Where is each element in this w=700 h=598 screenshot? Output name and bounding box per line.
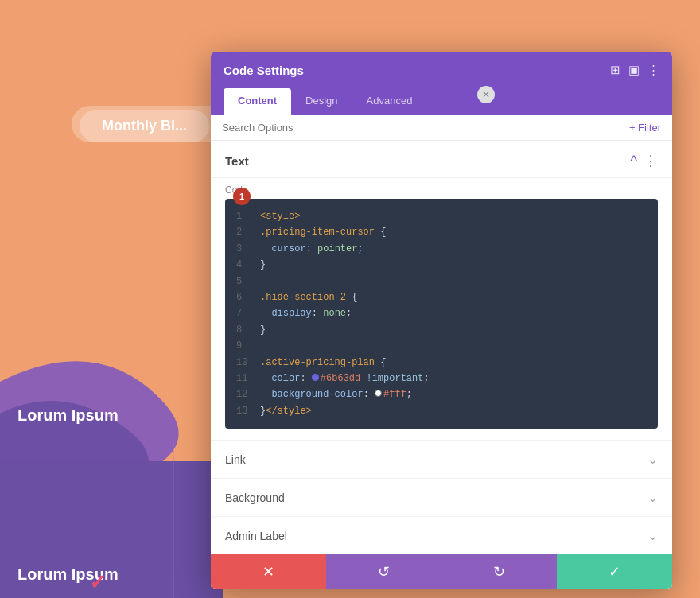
tab-advanced[interactable]: Advanced (352, 88, 427, 115)
code-line-7: 7 display: none; (236, 305, 647, 321)
code-line-3: 3 cursor: pointer; (236, 241, 647, 257)
code-line-12: 12 background-color: #fff; (236, 386, 647, 402)
modal-body: Text ^ ⋮ 1 Code 1 <style> (211, 141, 672, 554)
columns-icon[interactable]: ▣ (628, 63, 640, 77)
tab-content[interactable]: Content (224, 88, 291, 115)
admin-label-label: Admin Label (225, 530, 287, 542)
filter-button[interactable]: + Filter (629, 122, 661, 134)
code-line-11: 11 color: #6b63dd !important; (236, 371, 647, 386)
code-line-8: 8 } (236, 322, 647, 338)
link-chevron-icon: ⌄ (648, 452, 658, 467)
code-label: Code (225, 178, 658, 199)
tabs-bar: Content Design Advanced (211, 88, 672, 115)
modal-title: Code Settings (224, 64, 304, 77)
admin-label-chevron-icon: ⌄ (648, 528, 658, 543)
monthly-billing-label: Monthly Bi... (80, 110, 209, 142)
search-bar: + Filter (211, 115, 672, 141)
lorum-ipsum-top-label: Lorum Ipsum (18, 406, 119, 425)
redo-button[interactable]: ↻ (441, 554, 557, 589)
code-line-2: 2 .pricing-item-cursor { (236, 224, 647, 240)
code-line-4: 4 } (236, 257, 647, 273)
grid-icon[interactable]: ⊞ (610, 63, 620, 77)
link-section[interactable]: Link ⌄ (211, 440, 672, 478)
modal-close-button[interactable]: ✕ (477, 86, 495, 103)
admin-label-section[interactable]: Admin Label ⌄ (211, 516, 672, 554)
text-section-controls: ^ ⋮ (631, 152, 658, 169)
code-line-1: 1 <style> (236, 208, 647, 224)
checkmark-left-icon: ✓ (89, 570, 107, 595)
code-block-container: 1 Code 1 <style> 2 .pricing-item-cursor … (211, 178, 672, 440)
code-line-5: 5 (236, 274, 647, 289)
code-line-10: 10 .active-pricing-plan { (236, 355, 647, 371)
more-icon[interactable]: ⋮ (648, 63, 659, 77)
code-line-9: 9 (236, 338, 647, 354)
cancel-button[interactable]: ✕ (211, 554, 326, 589)
code-editor[interactable]: 1 <style> 2 .pricing-item-cursor { 3 cur… (225, 199, 658, 429)
modal-header-icons: ⊞ ▣ ⋮ (610, 63, 659, 77)
code-line-6: 6 .hide-section-2 { (236, 289, 647, 305)
code-line-13: 13 }</style> (236, 403, 647, 419)
text-section-title: Text (225, 154, 249, 168)
search-input[interactable] (222, 122, 629, 134)
modal-header: Code Settings ⊞ ▣ ⋮ (211, 52, 672, 88)
background-label: Background (225, 491, 285, 504)
undo-button[interactable]: ↺ (326, 554, 441, 589)
save-button[interactable]: ✓ (557, 554, 672, 589)
tab-design[interactable]: Design (291, 88, 352, 115)
link-label: Link (225, 453, 246, 466)
code-settings-modal: Code Settings ⊞ ▣ ⋮ Content Design Advan… (211, 52, 672, 589)
collapse-icon[interactable]: ^ (631, 153, 637, 169)
badge-one: 1 (233, 188, 251, 205)
action-bar: ✕ ↺ ↻ ✓ (211, 554, 672, 589)
section-more-icon[interactable]: ⋮ (644, 152, 658, 169)
background-section[interactable]: Background ⌄ (211, 478, 672, 516)
text-section-header: Text ^ ⋮ (211, 141, 672, 178)
background-chevron-icon: ⌄ (648, 490, 658, 505)
